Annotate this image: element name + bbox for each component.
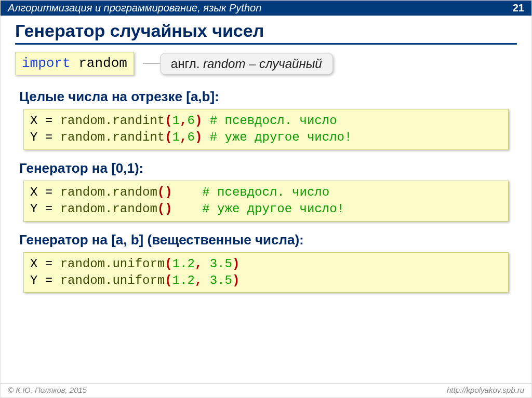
section-heading-1: Генератор на [0,1):	[19, 160, 517, 176]
section-heading-0: Целые числа на отрезке [a,b]:	[19, 89, 517, 105]
keyword-import: import	[22, 56, 71, 71]
code-line: X = random.uniform(1.2, 3.5)	[30, 257, 240, 271]
content-area: Генератор случайных чисел import random …	[1, 16, 531, 383]
code-line: Y = random.uniform(1.2, 3.5)	[30, 273, 240, 287]
copyright-text: © К.Ю. Поляков, 2015	[8, 386, 87, 394]
import-codebox: import random	[15, 52, 134, 75]
callout-prefix: англ.	[171, 57, 203, 71]
code-line: X = random.random() # псевдосл. число	[30, 185, 329, 199]
module-name: random	[71, 56, 127, 71]
callout-random: англ. random – случайный	[160, 53, 333, 75]
footer-url: http://kpolyakov.spb.ru	[447, 386, 524, 394]
slide-title: Генератор случайных чисел	[15, 21, 517, 45]
codebox-1: X = random.random() # псевдосл. число Y …	[23, 181, 509, 222]
callout-suffix: – случайный	[245, 57, 322, 71]
callout-word: random	[203, 57, 245, 71]
code-line: X = random.randint(1,6) # псевдосл. числ…	[30, 114, 337, 128]
code-line: Y = random.randint(1,6) # уже другое чис…	[30, 130, 352, 144]
import-row: import random англ. random – случайный	[15, 52, 517, 75]
header-bar: Алгоритмизация и программирование, язык …	[1, 1, 531, 16]
codebox-2: X = random.uniform(1.2, 3.5) Y = random.…	[23, 252, 509, 293]
footer-bar: © К.Ю. Поляков, 2015 http://kpolyakov.sp…	[1, 383, 531, 397]
code-line: Y = random.random() # уже другое число!	[30, 202, 344, 216]
codebox-0: X = random.randint(1,6) # псевдосл. числ…	[23, 109, 509, 150]
page-number: 21	[513, 2, 524, 14]
section-heading-2: Генератор на [a, b] (вещественные числа)…	[19, 232, 517, 248]
course-title: Алгоритмизация и программирование, язык …	[8, 2, 261, 14]
slide: Алгоритмизация и программирование, язык …	[0, 0, 532, 398]
